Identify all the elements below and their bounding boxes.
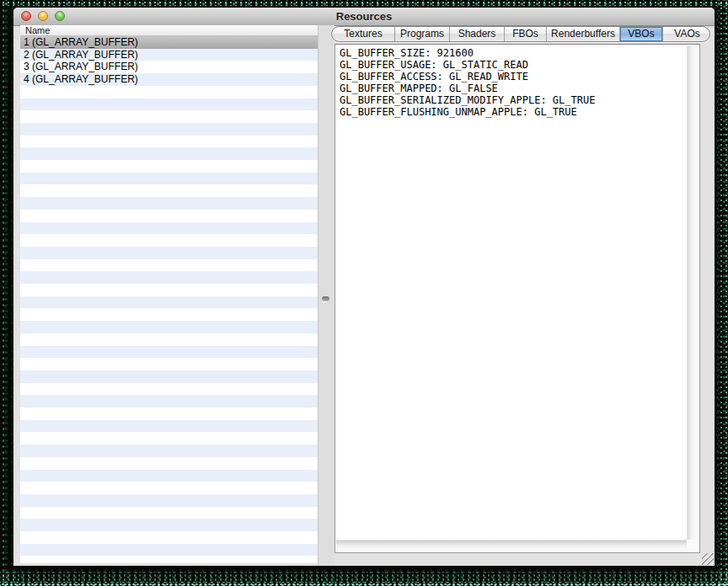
resources-window: Resources Name 1 (GL_ARRAY_BUFFER)2 (GL_… (13, 8, 715, 566)
detail-line: GL_BUFFER_USAGE: GL_STATIC_READ (340, 59, 687, 71)
list-item[interactable]: 1 (GL_ARRAY_BUFFER) (20, 36, 318, 49)
desktop-pattern-top (0, 0, 728, 6)
detail-line: GL_BUFFER_MAPPED: GL_FALSE (340, 83, 687, 94)
split-divider[interactable] (318, 25, 335, 566)
details-scroll-view: GL_BUFFER_SIZE: 921600GL_BUFFER_USAGE: G… (335, 44, 700, 553)
horizontal-scrollbar[interactable] (336, 540, 687, 551)
list-item[interactable]: 3 (GL_ARRAY_BUFFER) (20, 61, 318, 73)
desktop-pattern-bottom-line (0, 582, 728, 586)
tab-vbos[interactable]: VBOs (620, 27, 663, 41)
window-titlebar[interactable]: Resources (13, 8, 715, 26)
vertical-scrollbar[interactable] (687, 45, 699, 540)
name-column-label: Name (25, 25, 50, 35)
name-column-header[interactable]: Name (20, 25, 318, 36)
desktop-pattern-right (717, 0, 728, 586)
splitter-handle-icon[interactable] (322, 296, 329, 301)
detail-line: GL_BUFFER_FLUSHING_UNMAP_APPLE: GL_TRUE (340, 106, 687, 118)
resource-list[interactable]: 1 (GL_ARRAY_BUFFER)2 (GL_ARRAY_BUFFER)3 … (20, 36, 318, 563)
scrollbar-corner (687, 540, 699, 551)
detail-line: GL_BUFFER_ACCESS: GL_READ_WRITE (340, 71, 687, 83)
tab-fbos[interactable]: FBOs (505, 27, 547, 41)
window-title: Resources (13, 10, 715, 23)
tab-textures[interactable]: Textures (332, 27, 395, 41)
detail-line: GL_BUFFER_SIZE: 921600 (340, 47, 687, 59)
desktop-pattern-left (0, 0, 8, 586)
detail-line: GL_BUFFER_SERIALIZED_MODIFY_APPLE: GL_TR… (340, 94, 687, 106)
desktop-background: Resources Name 1 (GL_ARRAY_BUFFER)2 (GL_… (0, 0, 728, 586)
buffer-details-text: GL_BUFFER_SIZE: 921600GL_BUFFER_USAGE: G… (336, 45, 687, 540)
list-item[interactable]: 4 (GL_ARRAY_BUFFER) (20, 73, 318, 86)
tab-bar: TexturesProgramsShadersFBOsRenderbuffers… (331, 26, 710, 42)
tab-programs[interactable]: Programs (395, 27, 450, 41)
tab-vaos[interactable]: VAOs (663, 27, 710, 41)
tab-renderbuffers[interactable]: Renderbuffers (547, 27, 620, 41)
resize-grip[interactable] (702, 553, 714, 565)
desktop-pattern-bottom (0, 572, 728, 583)
list-item[interactable]: 2 (GL_ARRAY_BUFFER) (20, 49, 318, 61)
tab-shaders[interactable]: Shaders (450, 27, 505, 41)
